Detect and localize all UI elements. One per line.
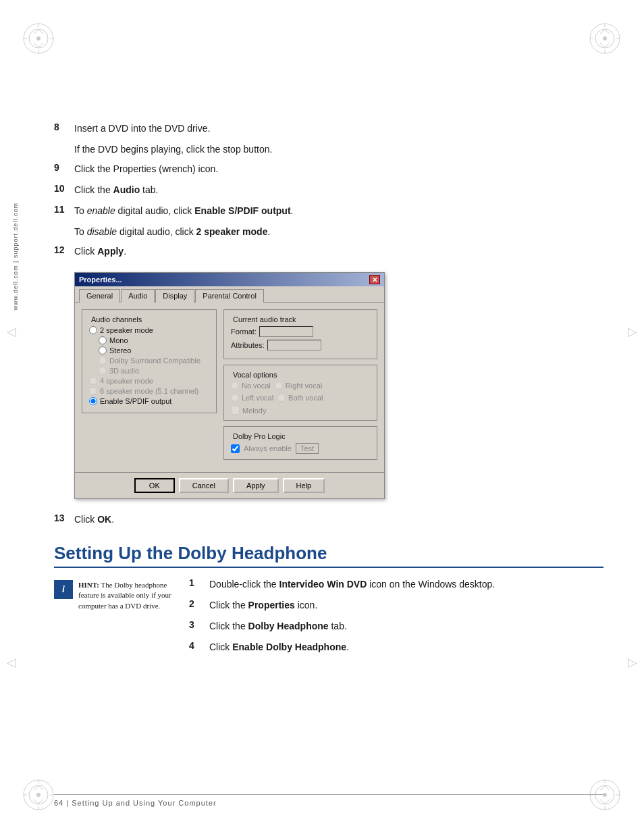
- test-button[interactable]: Test: [296, 443, 319, 454]
- radio-right-vocal: Right vocal: [275, 382, 322, 390]
- step-13: 13 Click OK.: [54, 513, 603, 527]
- section-heading: Setting Up the Dolby Headphone: [54, 543, 603, 568]
- dialog-screenshot: Properties... ✕ General Audio Display Pa…: [74, 272, 603, 499]
- melody-label: Melody: [242, 407, 266, 415]
- radio-3d-audio: 3D audio: [99, 367, 209, 375]
- tab-display[interactable]: Display: [155, 289, 194, 303]
- dh-step-3-number: 3: [189, 619, 209, 630]
- step-8-text: Insert a DVD into the DVD drive.: [74, 122, 211, 136]
- radio-mono[interactable]: Mono: [99, 336, 209, 344]
- dialog-close-button[interactable]: ✕: [369, 275, 380, 284]
- step-9-number: 9: [54, 162, 74, 173]
- format-label: Format:: [231, 328, 257, 336]
- step-11-number: 11: [54, 204, 74, 215]
- format-row: Format:: [231, 326, 370, 337]
- radio-stereo[interactable]: Stereo: [99, 346, 209, 355]
- radio-stereo-label: Stereo: [109, 346, 131, 355]
- radio-6speaker-input: [89, 387, 97, 395]
- radio-no-vocal: No vocal: [231, 382, 271, 390]
- hint-container: i HINT: The Dolby headphone feature is a…: [54, 577, 176, 611]
- tab-general[interactable]: General: [79, 289, 120, 303]
- step-9-text: Click the Properties (wrench) icon.: [74, 162, 218, 176]
- radio-right-vocal-input: [275, 382, 283, 390]
- radio-4speaker-input: [89, 377, 97, 385]
- attributes-row: Attributes:: [231, 340, 370, 350]
- step-10: 10 Click the Audio tab.: [54, 183, 603, 197]
- step-12-number: 12: [54, 244, 74, 255]
- radio-dolby-surround: Dolby Surround Compatible: [99, 357, 209, 365]
- step-12-text: Click Apply.: [74, 244, 126, 259]
- attributes-input[interactable]: [267, 340, 321, 350]
- sidebar-url: www.dell.com | support.dell.com: [12, 203, 19, 310]
- current-audio-track-group: Current audio track Format: Attributes:: [223, 309, 377, 359]
- radio-no-vocal-input: [231, 382, 239, 390]
- tab-parental-control[interactable]: Parental Control: [195, 289, 264, 303]
- top-right-corner: [587, 20, 624, 57]
- dolby-pro-logic-group: Dolby Pro Logic Always enable Test: [223, 426, 377, 460]
- tab-audio[interactable]: Audio: [121, 289, 155, 303]
- step-9: 9 Click the Properties (wrench) icon.: [54, 162, 603, 176]
- audio-channels-label: Audio channels: [89, 315, 144, 323]
- help-button[interactable]: Help: [283, 478, 325, 493]
- radio-spdif-input[interactable]: [89, 397, 97, 405]
- footer: 64 | Setting Up and Using Your Computer: [54, 794, 603, 807]
- dolby-always-enable-row: Always enable Test: [231, 443, 370, 454]
- radio-3d-audio-label: 3D audio: [109, 367, 139, 375]
- right-arrow-2: ▷: [628, 655, 637, 670]
- radio-2speaker[interactable]: 2 speaker mode: [89, 326, 209, 334]
- radio-spdif[interactable]: Enable S/PDIF output: [89, 397, 209, 405]
- step-11-text: To enable digital audio, click Enable S/…: [74, 204, 293, 218]
- radio-left-vocal-input: [231, 394, 239, 402]
- dh-step-4: 4 Click Enable Dolby Headphone.: [189, 640, 603, 654]
- vocal-options-label: Vocal options: [231, 371, 279, 379]
- step-13-text: Click OK.: [74, 513, 114, 527]
- always-enable-checkbox[interactable]: [231, 444, 240, 453]
- vocal-options-group: Vocal options No vocal Right vocal: [223, 365, 377, 421]
- hint-icon: i: [54, 580, 73, 599]
- footer-page-number: 64 | Setting Up and Using Your Computer: [54, 799, 217, 807]
- step-10-number: 10: [54, 183, 74, 194]
- radio-2speaker-label: 2 speaker mode: [100, 326, 153, 334]
- dialog-button-bar: OK Cancel Apply Help: [75, 472, 384, 498]
- melody-checkbox: [231, 406, 240, 415]
- radio-dolby-surround-input: [99, 357, 107, 365]
- radio-mono-input[interactable]: [99, 336, 107, 344]
- left-arrow: ◁: [7, 324, 16, 339]
- dh-step-4-number: 4: [189, 640, 209, 651]
- radio-no-vocal-label: No vocal: [242, 382, 271, 390]
- dh-step-2-number: 2: [189, 598, 209, 609]
- right-arrow: ▷: [628, 324, 637, 339]
- radio-4speaker-label: 4 speaker mode: [100, 377, 153, 385]
- svg-point-6: [36, 36, 41, 41]
- radio-stereo-input[interactable]: [99, 346, 107, 355]
- step-8-number: 8: [54, 122, 74, 132]
- hint-prefix: HINT:: [78, 581, 99, 589]
- cancel-button[interactable]: Cancel: [179, 478, 229, 493]
- radio-left-vocal-label: Left vocal: [242, 394, 273, 402]
- step-11: 11 To enable digital audio, click Enable…: [54, 204, 603, 218]
- svg-point-20: [36, 793, 41, 797]
- radio-both-vocal-input: [277, 394, 286, 402]
- radio-2speaker-input[interactable]: [89, 326, 97, 334]
- radio-4speaker: 4 speaker mode: [89, 377, 209, 385]
- dialog-tabs: General Audio Display Parental Control: [75, 286, 384, 303]
- dialog-titlebar: Properties... ✕: [75, 273, 384, 286]
- dolby-headphone-steps: 1 Double-click the Intervideo Win DVD ic…: [189, 577, 603, 661]
- dh-step-3: 3 Click the Dolby Headphone tab.: [189, 619, 603, 633]
- radio-right-vocal-label: Right vocal: [286, 382, 322, 390]
- always-enable-label: Always enable: [244, 444, 292, 452]
- radio-6speaker: 6 speaker mode (5.1 channel): [89, 387, 209, 395]
- ok-button[interactable]: OK: [134, 478, 175, 493]
- apply-button[interactable]: Apply: [233, 478, 279, 493]
- bottom-left-corner: [20, 777, 57, 814]
- step-10-text: Click the Audio tab.: [74, 183, 158, 197]
- step-13-number: 13: [54, 513, 74, 523]
- format-input[interactable]: [259, 326, 313, 337]
- dh-step-2-text: Click the Properties icon.: [209, 598, 317, 613]
- radio-dolby-surround-label: Dolby Surround Compatible: [109, 357, 200, 365]
- radio-both-vocal-label: Both vocal: [288, 394, 323, 402]
- dh-step-2: 2 Click the Properties icon.: [189, 598, 603, 613]
- top-left-corner: [20, 20, 57, 57]
- radio-6speaker-label: 6 speaker mode (5.1 channel): [100, 387, 198, 395]
- current-audio-track-label: Current audio track: [231, 315, 298, 323]
